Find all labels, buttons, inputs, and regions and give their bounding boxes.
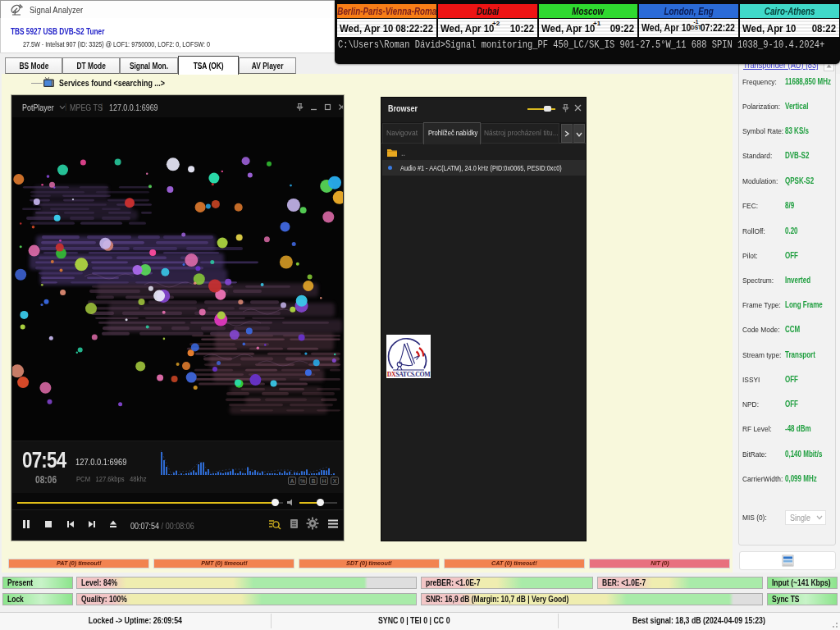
svg-text:DXSATCS.COM: DXSATCS.COM [387,371,431,378]
